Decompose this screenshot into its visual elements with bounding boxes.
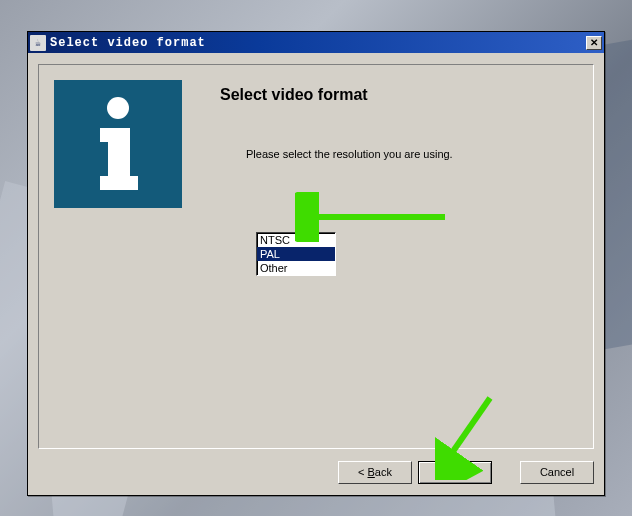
format-option-other[interactable]: Other [257,261,335,275]
format-option-pal[interactable]: PAL [257,247,335,261]
app-icon: ☕ [30,35,46,51]
close-button[interactable]: ✕ [586,36,602,50]
close-icon: ✕ [590,37,598,48]
info-icon-panel [54,80,182,208]
instruction-text: Please select the resolution you are usi… [246,148,453,160]
cancel-button[interactable]: Cancel [520,461,594,484]
back-button[interactable]: < Back [338,461,412,484]
cancel-button-label: Cancel [540,466,574,478]
svg-rect-3 [100,176,138,190]
titlebar: ☕ Select video format ✕ [28,32,604,53]
content-frame: Select video format Please select the re… [38,64,594,449]
svg-rect-2 [108,128,130,182]
video-format-listbox[interactable]: NTSCPALOther [256,232,336,276]
svg-point-0 [107,97,129,119]
format-option-ntsc[interactable]: NTSC [257,233,335,247]
button-row: < Back Next > Cancel [38,459,594,485]
window-title: Select video format [50,36,586,50]
next-button[interactable]: Next > [418,461,492,484]
next-button-label: Next > [439,466,471,478]
back-button-label: < Back [358,466,392,478]
info-icon [78,94,158,194]
page-heading: Select video format [220,86,368,104]
dialog-window: ☕ Select video format ✕ Select video for… [27,31,605,496]
